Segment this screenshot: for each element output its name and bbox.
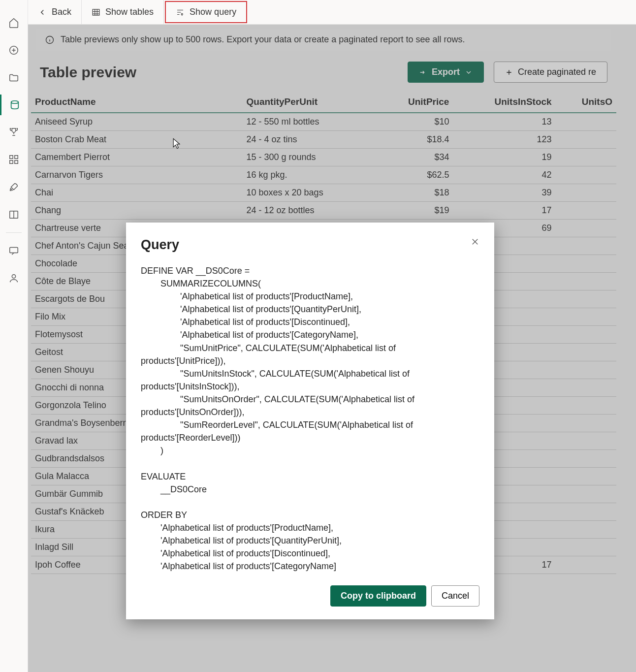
database-icon[interactable] (0, 95, 28, 115)
svg-rect-9 (93, 9, 99, 15)
sidebar-divider (6, 232, 22, 233)
dialog-title: Query (141, 237, 179, 253)
chevron-left-icon (38, 8, 47, 17)
back-button[interactable]: Back (28, 0, 82, 24)
back-label: Back (52, 7, 71, 17)
svg-rect-2 (10, 156, 13, 159)
sidebar (0, 0, 28, 672)
svg-rect-7 (10, 248, 18, 253)
query-text[interactable]: DEFINE VAR __DS0Core = SUMMARIZECOLUMNS(… (141, 264, 479, 573)
svg-point-10 (181, 13, 183, 15)
toolbar: Back Show tables Show query (28, 0, 636, 25)
svg-rect-4 (10, 160, 13, 163)
svg-point-1 (11, 101, 18, 104)
user-icon[interactable] (7, 271, 21, 285)
table-icon (92, 8, 100, 17)
cancel-button[interactable]: Cancel (431, 585, 479, 607)
copy-label: Copy to clipboard (341, 591, 416, 601)
add-icon[interactable] (7, 43, 21, 57)
folder-icon[interactable] (7, 71, 21, 85)
home-icon[interactable] (7, 16, 21, 30)
apps-icon[interactable] (7, 153, 21, 166)
svg-rect-5 (15, 160, 18, 163)
show-tables-label: Show tables (105, 7, 154, 17)
query-dialog: Query DEFINE VAR __DS0Core = SUMMARIZECO… (126, 223, 494, 619)
trophy-icon[interactable] (7, 125, 21, 139)
copy-button[interactable]: Copy to clipboard (330, 585, 426, 607)
close-button[interactable] (471, 237, 479, 248)
close-icon (471, 237, 479, 246)
show-query-button[interactable]: Show query (165, 1, 247, 23)
chat-icon[interactable] (7, 244, 21, 257)
rocket-icon[interactable] (7, 180, 21, 194)
query-icon (176, 8, 185, 17)
show-tables-button[interactable]: Show tables (82, 0, 164, 24)
svg-point-8 (12, 275, 15, 278)
cancel-label: Cancel (442, 591, 469, 601)
panel-icon[interactable] (7, 208, 21, 222)
show-query-label: Show query (190, 7, 236, 17)
svg-rect-3 (15, 156, 18, 159)
